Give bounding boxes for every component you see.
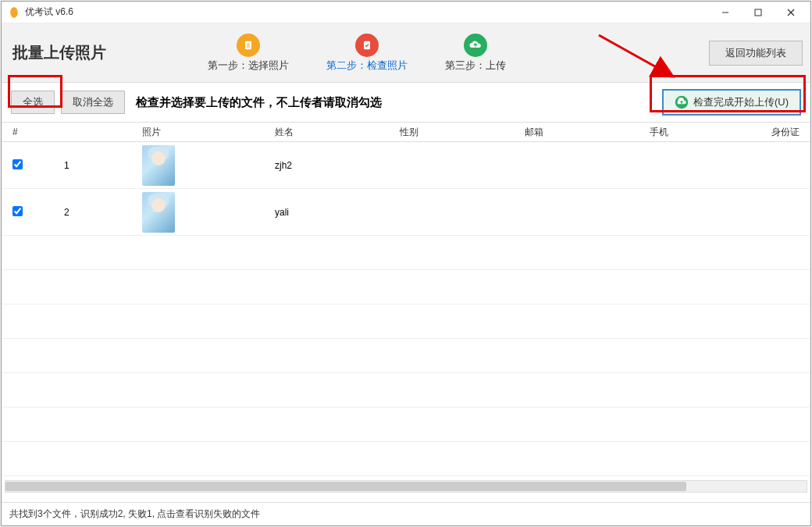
return-button[interactable]: 返回功能列表 (709, 41, 803, 66)
window-title: 优考试 v6.6 (25, 5, 709, 19)
step-1[interactable]: 第一步：选择照片 (208, 34, 289, 73)
table-body: 1zjh22yali (2, 142, 810, 236)
top-panel: 批量上传照片 第一步：选择照片 第二步：检查照片 第三步：上传 返 (2, 23, 810, 83)
page-title: 批量上传照片 (12, 42, 208, 63)
row-checkbox[interactable] (12, 159, 23, 169)
start-upload-button[interactable]: 检查完成开始上传(U) (662, 89, 801, 116)
table-row[interactable]: 1zjh2 (2, 142, 810, 189)
col-header-phone[interactable]: 手机 (650, 126, 759, 139)
scrollbar-thumb[interactable] (5, 482, 686, 491)
minimize-button[interactable] (709, 2, 742, 23)
app-window: 优考试 v6.6 批量上传照片 第一步：选择照片 (1, 1, 811, 526)
instruction-text: 检查并选择要上传的文件，不上传者请取消勾选 (136, 95, 382, 110)
window-controls (709, 2, 807, 23)
step-2-label: 第二步：检查照片 (326, 59, 408, 73)
titlebar: 优考试 v6.6 (2, 2, 810, 23)
row-number: 1 (64, 160, 142, 171)
data-table: # 照片 姓名 性别 邮箱 手机 身份证 1zjh22yali (2, 122, 810, 493)
row-checkbox[interactable] (12, 206, 23, 216)
step-3[interactable]: 第三步：上传 (445, 34, 506, 73)
row-name: yali (275, 207, 400, 218)
close-button[interactable] (775, 2, 807, 23)
select-all-button[interactable]: 全选 (11, 91, 55, 114)
document-icon (237, 34, 260, 57)
maximize-button[interactable] (742, 2, 775, 23)
row-number: 2 (64, 207, 142, 218)
horizontal-scrollbar[interactable] (5, 480, 807, 493)
app-icon (8, 6, 20, 19)
photo-thumbnail[interactable] (142, 192, 175, 233)
deselect-all-button[interactable]: 取消全选 (61, 91, 125, 114)
step-2[interactable]: 第二步：检查照片 (326, 34, 408, 73)
check-clipboard-icon (355, 34, 379, 57)
cloud-upload-icon (675, 95, 689, 109)
col-header-idcard[interactable]: 身份证 (759, 126, 810, 139)
step-1-label: 第一步：选择照片 (208, 59, 289, 73)
toolbar: 全选 取消全选 检查并选择要上传的文件，不上传者请取消勾选 检查完成开始上传(U… (2, 83, 810, 122)
col-header-gender[interactable]: 性别 (400, 126, 525, 139)
col-header-hash[interactable]: # (2, 126, 64, 137)
row-name: zjh2 (275, 160, 400, 171)
cloud-upload-icon (464, 34, 487, 57)
empty-rows (2, 236, 810, 476)
col-header-name[interactable]: 姓名 (275, 126, 400, 139)
table-header-row: # 照片 姓名 性别 邮箱 手机 身份证 (2, 122, 810, 142)
status-bar[interactable]: 共找到3个文件，识别成功2, 失败1, 点击查看识别失败的文件 (2, 502, 810, 525)
upload-button-label: 检查完成开始上传(U) (693, 95, 789, 109)
col-header-email[interactable]: 邮箱 (525, 126, 650, 139)
photo-thumbnail[interactable] (142, 145, 175, 186)
step-3-label: 第三步：上传 (445, 59, 506, 73)
col-header-photo[interactable]: 照片 (142, 126, 275, 139)
status-text: 共找到3个文件，识别成功2, 失败1, 点击查看识别失败的文件 (9, 507, 260, 521)
table-row[interactable]: 2yali (2, 189, 810, 236)
svg-rect-1 (755, 9, 761, 16)
steps-container: 第一步：选择照片 第二步：检查照片 第三步：上传 (208, 34, 709, 73)
